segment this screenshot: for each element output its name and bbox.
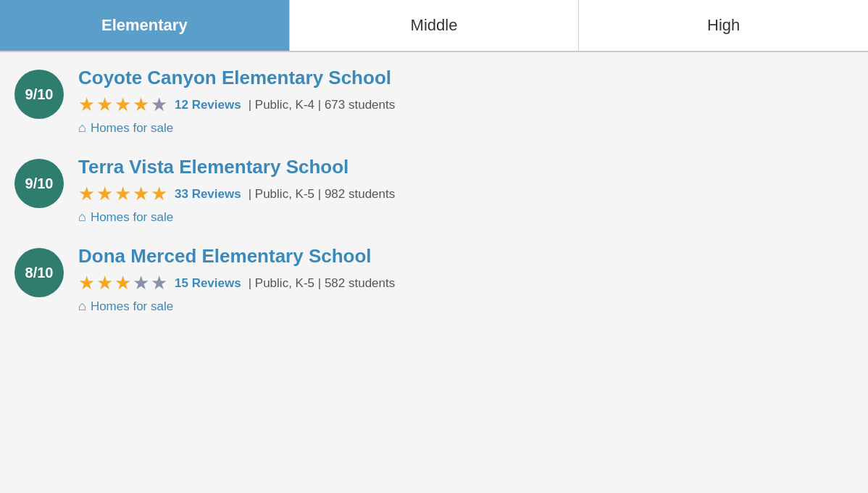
star-5: ★ — [151, 94, 167, 116]
school-info: Terra Vista Elementary School ★ ★ ★ ★ ★ … — [78, 156, 854, 225]
school-info: Coyote Canyon Elementary School ★ ★ ★ ★ … — [78, 67, 854, 136]
star-2: ★ — [96, 272, 113, 294]
star-4: ★ — [133, 94, 149, 116]
star-2: ★ — [96, 94, 113, 116]
star-1: ★ — [78, 94, 95, 116]
star-5: ★ — [151, 183, 167, 205]
star-rating: ★ ★ ★ ★ ★ — [78, 94, 167, 116]
school-meta: ★ ★ ★ ★ ★ 12 Reviews | Public, K-4 | 673… — [78, 94, 854, 116]
star-rating: ★ ★ ★ ★ ★ — [78, 272, 167, 294]
star-1: ★ — [78, 183, 95, 205]
star-4: ★ — [133, 272, 149, 294]
star-3: ★ — [114, 94, 131, 116]
school-name[interactable]: Dona Merced Elementary School — [78, 245, 854, 268]
school-list: 9/10 Coyote Canyon Elementary School ★ ★… — [0, 52, 868, 349]
star-3: ★ — [114, 272, 131, 294]
home-icon: ⌂ — [78, 299, 86, 314]
reviews-count[interactable]: 33 Reviews — [175, 187, 241, 202]
school-info: Dona Merced Elementary School ★ ★ ★ ★ ★ … — [78, 245, 854, 314]
school-meta: ★ ★ ★ ★ ★ 15 Reviews | Public, K-5 | 582… — [78, 272, 854, 294]
score-badge: 9/10 — [14, 159, 64, 208]
star-5: ★ — [151, 272, 167, 294]
homes-for-sale-link[interactable]: ⌂ Homes for sale — [78, 299, 854, 314]
school-item: 9/10 Coyote Canyon Elementary School ★ ★… — [14, 67, 854, 136]
homes-for-sale-link[interactable]: ⌂ Homes for sale — [78, 120, 854, 136]
school-details: | Public, K-4 | 673 students — [249, 98, 396, 112]
homes-for-sale-link[interactable]: ⌂ Homes for sale — [78, 210, 854, 225]
score-badge: 8/10 — [14, 248, 64, 297]
star-4: ★ — [133, 183, 149, 205]
school-name[interactable]: Coyote Canyon Elementary School — [78, 67, 854, 89]
school-type-tabs: Elementary Middle High — [0, 0, 868, 52]
star-rating: ★ ★ ★ ★ ★ — [78, 183, 167, 205]
school-item: 9/10 Terra Vista Elementary School ★ ★ ★… — [14, 156, 854, 225]
score-badge: 9/10 — [14, 70, 64, 119]
school-meta: ★ ★ ★ ★ ★ 33 Reviews | Public, K-5 | 982… — [78, 183, 854, 205]
tab-elementary[interactable]: Elementary — [0, 0, 290, 51]
tab-middle[interactable]: Middle — [290, 0, 580, 51]
star-3: ★ — [114, 183, 131, 205]
home-icon: ⌂ — [78, 120, 86, 136]
star-1: ★ — [78, 272, 95, 294]
school-details: | Public, K-5 | 982 students — [249, 187, 396, 202]
tab-high[interactable]: High — [579, 0, 868, 51]
reviews-count[interactable]: 12 Reviews — [175, 98, 241, 112]
home-icon: ⌂ — [78, 210, 86, 225]
school-item: 8/10 Dona Merced Elementary School ★ ★ ★… — [14, 245, 854, 314]
reviews-count[interactable]: 15 Reviews — [175, 276, 241, 291]
star-2: ★ — [96, 183, 113, 205]
school-name[interactable]: Terra Vista Elementary School — [78, 156, 854, 178]
school-details: | Public, K-5 | 582 students — [249, 276, 396, 291]
